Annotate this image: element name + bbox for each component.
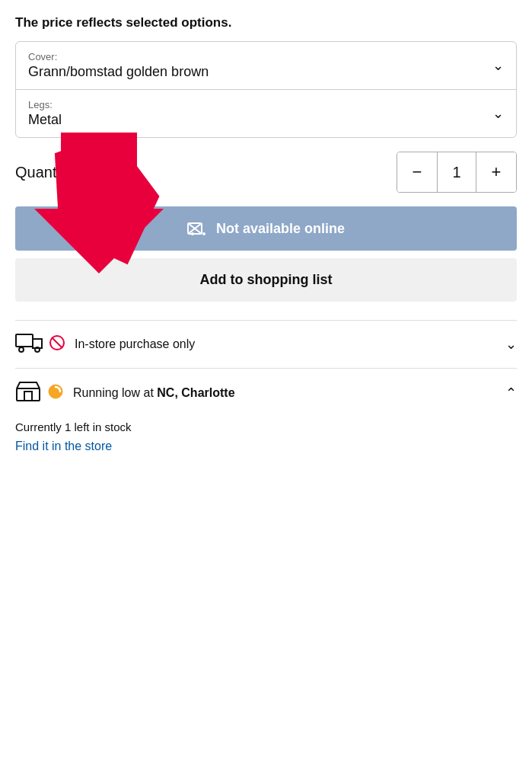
store-icon [15,381,41,405]
low-stock-icon [47,383,64,403]
svg-point-3 [202,232,205,235]
delivery-icons [15,333,65,356]
delivery-chevron-icon: ⌄ [505,336,517,353]
delivery-info-section: In-store purchase only ⌄ Running low at … [15,320,517,453]
cover-option[interactable]: Cover: Grann/bomstad golden brown ⌄ [16,42,516,90]
quantity-label: Quantity [15,164,72,181]
store-icons [15,381,64,405]
svg-point-10 [35,347,40,352]
not-available-label: Not available online [216,221,345,237]
svg-line-12 [52,337,62,348]
decrement-button[interactable]: − [397,152,437,192]
delivery-text: In-store purchase only [75,337,505,351]
quantity-stepper: − 1 + [397,152,517,193]
svg-point-4 [191,232,194,235]
find-in-store-link[interactable]: Find it in the store [15,440,112,452]
store-stock-row[interactable]: Running low at NC, Charlotte ⌃ [15,368,517,417]
add-to-shopping-list-button[interactable]: Add to shopping list [15,258,517,302]
svg-rect-8 [16,334,33,347]
legs-chevron-icon: ⌄ [492,105,504,122]
not-available-button[interactable]: Not available online [15,206,517,251]
cover-value: Grann/bomstad golden brown [28,64,504,80]
add-shopping-label: Add to shopping list [200,272,333,288]
truck-icon [15,333,43,356]
price-note: The price reflects selected options. [15,15,517,30]
store-location: NC, Charlotte [157,386,234,399]
delivery-row[interactable]: In-store purchase only ⌄ [15,320,517,368]
increment-button[interactable]: + [476,152,516,192]
legs-label: Legs: [28,99,504,110]
quantity-value: 1 [437,152,476,192]
svg-point-9 [19,347,24,352]
legs-option[interactable]: Legs: Metal ⌄ [16,90,516,137]
quantity-row: Quantity − 1 + [15,152,517,193]
no-delivery-icon [49,334,65,354]
svg-rect-14 [24,392,32,401]
stock-count-text: Currently 1 left in stock [15,420,517,433]
options-box: Cover: Grann/bomstad golden brown ⌄ Legs… [15,41,517,138]
legs-value: Metal [28,112,504,128]
stock-info: Currently 1 left in stock [15,417,517,440]
svg-marker-5 [33,125,175,277]
store-chevron-icon: ⌃ [505,385,517,401]
not-available-icon [187,220,209,237]
cover-label: Cover: [28,51,504,62]
cover-chevron-icon: ⌄ [492,57,504,74]
red-arrow-indicator [23,125,175,280]
svg-rect-13 [17,388,40,401]
store-stock-text: Running low at NC, Charlotte [73,386,505,400]
